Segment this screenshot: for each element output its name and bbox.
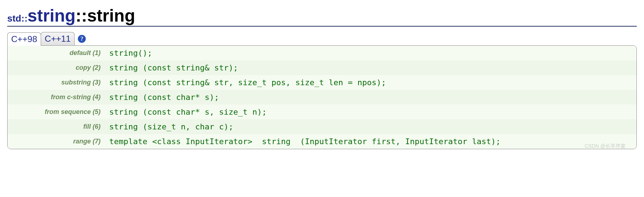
signatures-panel: default (1) string(); copy (2) string (c… — [7, 45, 637, 149]
table-row: range (7) template <class InputIterator>… — [8, 134, 636, 149]
table-row: substring (3) string (const string& str,… — [8, 75, 636, 90]
sig-label: substring (3) — [8, 75, 106, 90]
page-title: std::string::string — [7, 7, 637, 27]
table-row: default (1) string(); — [8, 46, 636, 60]
table-row: fill (6) string (size_t n, char c); — [8, 119, 636, 134]
table-row: copy (2) string (const string& str); — [8, 60, 636, 75]
table-row: from c-string (4) string (const char* s)… — [8, 90, 636, 105]
namespace-prefix: std:: — [7, 13, 27, 24]
sig-label: default (1) — [8, 46, 106, 60]
member-name: string — [87, 6, 135, 25]
sig-code: string(); — [106, 46, 636, 60]
sig-code: template <class InputIterator> string (I… — [106, 134, 636, 149]
signatures-table: default (1) string(); copy (2) string (c… — [8, 46, 636, 149]
table-row: from sequence (5) string (const char* s,… — [8, 105, 636, 119]
tab-row: C++98 C++11 ? — [7, 32, 637, 45]
sig-label: from c-string (4) — [8, 90, 106, 105]
class-name: string — [27, 6, 75, 25]
tab-cpp11[interactable]: C++11 — [41, 32, 75, 45]
sig-code: string (const string& str, size_t pos, s… — [106, 75, 636, 90]
help-icon[interactable]: ? — [78, 35, 86, 43]
tab-cpp98[interactable]: C++98 — [7, 32, 41, 46]
scope-sep: :: — [76, 6, 87, 25]
sig-label: copy (2) — [8, 60, 106, 75]
sig-code: string (const string& str); — [106, 60, 636, 75]
sig-code: string (const char* s, size_t n); — [106, 105, 636, 119]
title-heading: std::string::string — [7, 7, 637, 24]
sig-code: string (const char* s); — [106, 90, 636, 105]
version-tabs: C++98 C++11 ? default (1) string(); copy… — [7, 32, 637, 149]
sig-label: from sequence (5) — [8, 105, 106, 119]
sig-label: range (7) — [8, 134, 106, 149]
sig-code: string (size_t n, char c); — [106, 119, 636, 134]
sig-label: fill (6) — [8, 119, 106, 134]
